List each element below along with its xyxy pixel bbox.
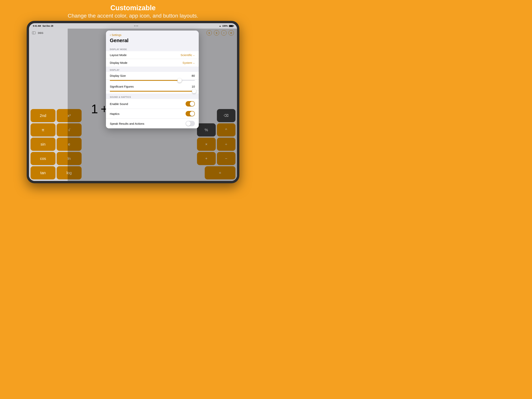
- status-dots: [134, 25, 138, 26]
- haptics-label: Haptics: [110, 112, 120, 115]
- settings-back-nav[interactable]: ‹ Settings: [106, 31, 199, 37]
- display-mode-section: DISPLAY MODE Layout Mode Scientific ⌄ Di: [106, 46, 199, 66]
- sig-figs-row: Significant Figures 10: [106, 83, 199, 90]
- layout-mode-row[interactable]: Layout Mode Scientific ⌄: [106, 51, 199, 59]
- promo-header: Customizable Change the accent color, ap…: [68, 0, 198, 19]
- settings-panel: ‹ Settings General DISPLAY MODE Layout M…: [106, 31, 199, 128]
- display-mode-chevron: ⌄: [193, 62, 195, 64]
- enable-sound-label: Enable Sound: [110, 102, 128, 106]
- display-group: Display Size 80 Significant Figures: [106, 72, 199, 94]
- enable-sound-toggle-knob: [190, 101, 195, 106]
- enable-sound-row: Enable Sound: [106, 99, 199, 109]
- btn-sin[interactable]: sin: [31, 138, 56, 151]
- promo-subtitle: Change the accent color, app icon, and b…: [68, 13, 198, 19]
- sidebar-toggle-icon[interactable]: [32, 32, 36, 34]
- display-size-row: Display Size 80: [106, 72, 199, 80]
- haptics-toggle-knob: [190, 111, 195, 116]
- sig-figs-slider-track[interactable]: [110, 91, 195, 92]
- enable-sound-toggle[interactable]: [186, 101, 195, 107]
- display-mode-group: Layout Mode Scientific ⌄ Display Mode Sy…: [106, 51, 199, 66]
- status-right: ▲ 100%: [219, 25, 233, 27]
- speak-results-label: Speak Results and Actions: [110, 122, 144, 125]
- haptics-toggle[interactable]: [186, 111, 195, 116]
- settings-back-label: Settings: [112, 33, 121, 37]
- battery-icon: [229, 25, 233, 27]
- layout-mode-chevron: ⌄: [193, 54, 195, 57]
- sig-figs-slider-container: [106, 90, 199, 94]
- deg-badge: DEG: [38, 32, 43, 34]
- ipad-screen: 9:41 AM Sat Dec 28 ▲ 100%: [29, 23, 237, 181]
- status-left: 9:41 AM Sat Dec 28: [33, 25, 53, 27]
- status-bar: 9:41 AM Sat Dec 28 ▲ 100%: [29, 23, 237, 29]
- settings-title: General: [106, 37, 199, 46]
- speak-results-toggle[interactable]: [186, 121, 195, 126]
- layout-mode-label: Layout Mode: [110, 53, 127, 57]
- battery-pct: 100%: [222, 25, 228, 27]
- ipad-frame: 9:41 AM Sat Dec 28 ▲ 100%: [27, 21, 239, 183]
- display-size-slider-track[interactable]: [110, 80, 195, 81]
- status-time: 9:41 AM: [33, 25, 41, 27]
- sig-figs-value: 10: [192, 85, 195, 88]
- display-mode-value: System ⌄: [183, 61, 195, 64]
- btn-cos[interactable]: cos: [31, 152, 56, 165]
- display-size-slider-fill: [110, 80, 180, 81]
- layout-mode-value: Scientific ⌄: [181, 53, 195, 57]
- display-header: DISPLAY: [106, 66, 199, 72]
- haptics-row: Haptics: [106, 109, 199, 119]
- status-date: Sat Dec 28: [43, 25, 53, 27]
- btn-2nd[interactable]: 2nd: [31, 109, 56, 122]
- sound-section: SOUND & HAPTICS Enable Sound Haptics: [106, 94, 199, 128]
- sound-group: Enable Sound Haptics: [106, 99, 199, 128]
- display-size-value: 80: [192, 74, 195, 77]
- speak-results-toggle-knob: [186, 121, 191, 126]
- display-mode-label: Display Mode: [110, 61, 127, 64]
- display-mode-header: DISPLAY MODE: [106, 46, 199, 51]
- btn-tan[interactable]: tan: [31, 166, 56, 179]
- toolbar-left: DEG: [32, 32, 43, 34]
- app-area: DEG $ $ + ⚙ 2nd x² π: [29, 29, 237, 181]
- speak-results-row: Speak Results and Actions: [106, 119, 199, 128]
- sig-figs-label: Significant Figures: [110, 85, 133, 88]
- display-size-slider-thumb[interactable]: [177, 78, 182, 82]
- sig-figs-slider-thumb[interactable]: [192, 89, 196, 93]
- display-size-slider-container: [106, 80, 199, 83]
- display-size-label: Display Size: [110, 74, 126, 77]
- display-mode-row[interactable]: Display Mode System ⌄: [106, 59, 199, 66]
- sound-header: SOUND & HAPTICS: [106, 94, 199, 99]
- display-section: DISPLAY Display Size 80: [106, 66, 199, 94]
- settings-overlay: ‹ Settings General DISPLAY MODE Layout M…: [68, 29, 237, 181]
- wifi-icon: ▲: [219, 25, 221, 27]
- promo-title: Customizable: [68, 4, 198, 12]
- back-arrow-icon: ‹: [110, 33, 111, 37]
- btn-pi[interactable]: π: [31, 123, 56, 136]
- sig-figs-slider-fill: [110, 91, 194, 92]
